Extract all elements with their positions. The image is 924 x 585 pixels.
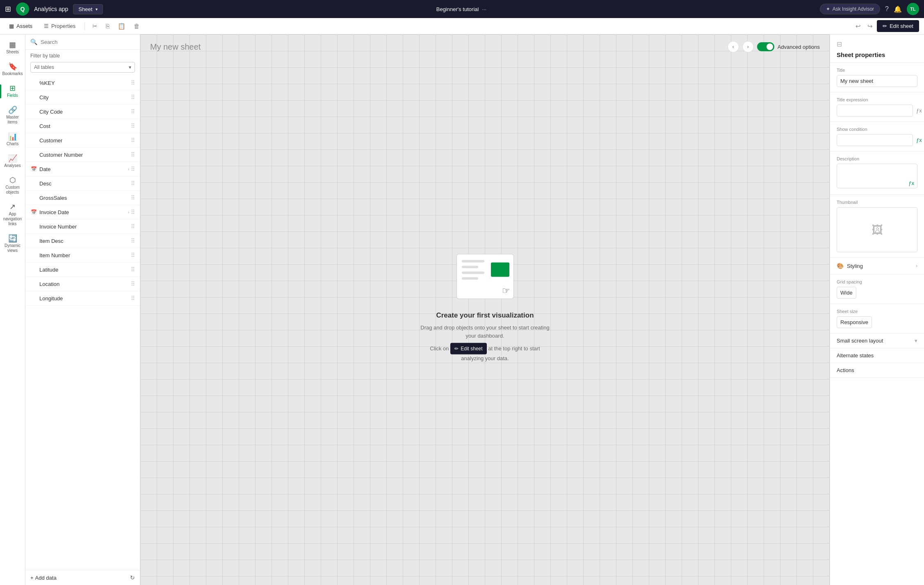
field-name: Customer Number xyxy=(39,152,131,158)
show-condition-label: Show condition xyxy=(837,127,917,132)
field-item[interactable]: Item Number ⠿ xyxy=(25,248,140,263)
description-textarea[interactable] xyxy=(837,164,917,188)
paste-icon[interactable]: 📋 xyxy=(115,21,128,32)
viz-desc2: Click on ✏ Edit sheet at the top right t… xyxy=(420,343,551,363)
sidebar-item-dynamic-views[interactable]: 🔄 Dynamic views xyxy=(2,231,24,256)
field-item[interactable]: Longitude ⠿ xyxy=(25,291,140,306)
fields-panel: 🔍 Filter by table All tables ▾ %KEY ⠿ Ci… xyxy=(25,34,140,585)
delete-icon[interactable]: 🗑 xyxy=(131,21,142,31)
styling-row[interactable]: 🎨 Styling › xyxy=(830,258,924,274)
sheet-size-label: Sheet size xyxy=(837,309,917,314)
field-item[interactable]: 📅 Invoice Date › ⠿ xyxy=(25,205,140,219)
nav-next-button[interactable]: › xyxy=(742,41,754,53)
sheet-dropdown-chevron-icon: ▾ xyxy=(96,7,98,11)
title-input[interactable] xyxy=(837,75,917,87)
drag-handle-icon[interactable]: ⠿ xyxy=(131,194,135,201)
field-name: Cost xyxy=(39,123,131,129)
sheet-title: My new sheet xyxy=(150,42,201,52)
insight-advisor-button[interactable]: ✦ Ask Insight Advisor xyxy=(820,4,880,14)
avatar[interactable]: TL xyxy=(907,3,919,15)
drag-handle-icon[interactable]: ⠿ xyxy=(131,252,135,258)
sheet-dropdown[interactable]: Sheet ▾ xyxy=(73,4,103,14)
nav-prev-button[interactable]: ‹ xyxy=(728,41,739,53)
header-center: Beginner's tutorial ··· xyxy=(108,6,814,12)
edit-sheet-button[interactable]: ✏ Edit sheet xyxy=(877,20,919,32)
show-condition-fx-button[interactable]: ƒx xyxy=(915,135,924,145)
drag-handle-icon[interactable]: ⠿ xyxy=(131,180,135,187)
header-right: ✦ Ask Insight Advisor ? 🔔 TL xyxy=(820,3,919,15)
layout-icon: ⊟ xyxy=(837,40,842,48)
drag-handle-icon[interactable]: ⠿ xyxy=(131,80,135,86)
tab-properties[interactable]: ☰ Properties xyxy=(40,21,80,32)
drag-handle-icon[interactable]: ⠿ xyxy=(131,266,135,273)
field-item[interactable]: GrossSales ⠿ xyxy=(25,191,140,205)
field-item[interactable]: City Code ⠿ xyxy=(25,105,140,119)
redo-button[interactable]: ↪ xyxy=(865,21,875,32)
sidebar-item-sheets[interactable]: ▦ Sheets xyxy=(2,38,24,58)
more-options-icon[interactable]: ··· xyxy=(482,6,486,12)
cut-icon[interactable]: ✂ xyxy=(90,21,100,32)
drag-handle-icon[interactable]: ⠿ xyxy=(131,151,135,158)
grid-spacing-select[interactable]: Wide xyxy=(837,287,856,299)
sidebar-item-bookmarks[interactable]: 🔖 Bookmarks xyxy=(2,59,24,80)
help-icon[interactable]: ? xyxy=(885,5,889,13)
drag-handle-icon[interactable]: ⠿ xyxy=(131,94,135,101)
sidebar-item-master-items[interactable]: 🔗 Master items xyxy=(2,103,24,128)
sheet-size-select[interactable]: Responsive xyxy=(837,316,872,328)
add-data-button[interactable]: + Add data xyxy=(30,575,57,581)
title-expression-input[interactable] xyxy=(837,105,913,117)
sidebar-item-charts[interactable]: 📊 Charts xyxy=(2,130,24,150)
drag-handle-icon[interactable]: ⠿ xyxy=(131,223,135,230)
sidebar-item-analyses[interactable]: 📈 Analyses xyxy=(2,151,24,171)
filter-row: Filter by table xyxy=(25,50,140,62)
field-name: City Code xyxy=(39,109,131,115)
show-condition-input[interactable] xyxy=(837,134,913,146)
drag-handle-icon[interactable]: ⠿ xyxy=(131,123,135,129)
field-item[interactable]: Item Desc ⠿ xyxy=(25,234,140,248)
description-fx-button[interactable]: ƒx xyxy=(907,178,916,188)
title-section: Title xyxy=(830,63,924,92)
field-item[interactable]: 📅 Date › ⠿ xyxy=(25,162,140,176)
notifications-icon[interactable]: 🔔 xyxy=(894,5,902,13)
drag-handle-icon[interactable]: ⠿ xyxy=(131,209,135,215)
grid-menu-icon[interactable]: ⊞ xyxy=(5,5,11,14)
right-panel-title: Sheet properties xyxy=(837,51,917,58)
drag-handle-icon[interactable]: ⠿ xyxy=(131,166,135,172)
filter-chevron-icon: ▾ xyxy=(129,64,131,70)
field-item[interactable]: %KEY ⠿ xyxy=(25,76,140,90)
field-item[interactable]: Invoice Number ⠿ xyxy=(25,219,140,234)
qlik-logo: Q xyxy=(16,2,29,16)
sidebar-item-custom-objects[interactable]: ⬡ Custom objects xyxy=(2,173,24,198)
field-expand-icon: › xyxy=(128,167,129,171)
field-item[interactable]: Customer ⠿ xyxy=(25,133,140,148)
field-item[interactable]: Customer Number ⠿ xyxy=(25,148,140,162)
alternate-states-item[interactable]: Alternate states xyxy=(830,348,924,363)
drag-handle-icon[interactable]: ⠿ xyxy=(131,295,135,302)
field-item[interactable]: City ⠿ xyxy=(25,90,140,105)
drag-handle-icon[interactable]: ⠿ xyxy=(131,238,135,244)
insight-advisor-icon: ✦ xyxy=(826,6,830,12)
field-item[interactable]: Desc ⠿ xyxy=(25,176,140,191)
small-screen-layout-item[interactable]: Small screen layout ▾ xyxy=(830,334,924,348)
field-item[interactable]: Location ⠿ xyxy=(25,277,140,291)
field-name: Desc xyxy=(39,181,131,187)
sidebar-item-fields[interactable]: ⊞ Fields xyxy=(2,81,24,101)
filter-select[interactable]: All tables ▾ xyxy=(30,62,135,73)
field-name: Latitude xyxy=(39,267,131,273)
advanced-options-toggle[interactable] xyxy=(757,42,774,51)
undo-button[interactable]: ↩ xyxy=(853,21,863,32)
copy-icon[interactable]: ⎘ xyxy=(103,21,112,31)
refresh-icon[interactable]: ↻ xyxy=(130,574,135,581)
title-expression-fx-button[interactable]: ƒx xyxy=(915,106,924,115)
drag-handle-icon[interactable]: ⠿ xyxy=(131,281,135,287)
actions-item[interactable]: Actions xyxy=(830,363,924,378)
field-item[interactable]: Latitude ⠿ xyxy=(25,263,140,277)
sidebar-item-app-nav[interactable]: ↗ App navigation links xyxy=(2,200,24,230)
thumbnail-box[interactable]: 🖼 xyxy=(837,207,917,252)
search-input[interactable] xyxy=(41,39,135,45)
inline-edit-sheet-button[interactable]: ✏ Edit sheet xyxy=(450,343,486,354)
field-item[interactable]: Cost ⠿ xyxy=(25,119,140,133)
drag-handle-icon[interactable]: ⠿ xyxy=(131,108,135,115)
tab-assets[interactable]: ▦ Assets xyxy=(5,21,37,32)
drag-handle-icon[interactable]: ⠿ xyxy=(131,137,135,144)
